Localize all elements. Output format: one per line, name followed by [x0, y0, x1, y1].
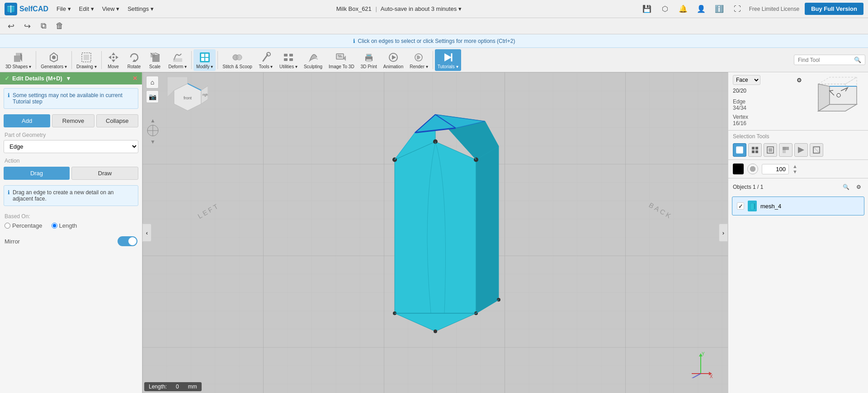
part-of-geometry-select[interactable]: Edge Face Vertex [4, 140, 138, 153]
svg-rect-92 [755, 150, 758, 153]
settings-icon[interactable]: ⚙ [797, 77, 802, 84]
compass-icon [146, 124, 160, 139]
length-radio-input[interactable] [52, 223, 57, 229]
sel-back-btn[interactable] [810, 143, 823, 157]
object-item-mesh4[interactable]: ✓ mesh_4 [732, 196, 864, 215]
tool-3d-print[interactable]: 3D Print [358, 49, 380, 71]
user-icon[interactable]: 👤 [695, 3, 708, 15]
license-text: Free Limited License [749, 6, 799, 12]
info-circle-icon: ℹ [8, 92, 10, 105]
color-swatch[interactable] [733, 164, 744, 174]
sel-grid-btn[interactable] [748, 143, 762, 157]
svg-marker-6 [112, 52, 115, 55]
viewport[interactable]: ‹ › LEFT BACK [142, 72, 728, 393]
face-select[interactable]: Face Edge Vertex [733, 75, 760, 85]
svg-rect-10 [113, 56, 114, 58]
panel-arrow[interactable]: ▾ [67, 75, 70, 82]
length-radio[interactable]: Length [52, 222, 77, 229]
svg-point-30 [338, 55, 340, 56]
svg-text:right: right [203, 93, 208, 97]
tool-sculpting[interactable]: Sculpting [301, 49, 325, 71]
copy-button[interactable]: ⧉ [37, 20, 50, 33]
camera-btn[interactable]: 📷 [146, 90, 159, 103]
percentage-radio-input[interactable] [5, 223, 10, 229]
view-cube[interactable]: front right [167, 77, 208, 119]
notification-icon[interactable]: 🔔 [677, 3, 689, 15]
draw-button[interactable]: Draw [71, 167, 138, 180]
panel-title: Edit Details (M+D) [12, 75, 62, 82]
objects-label: Objects 1 / 1 [733, 184, 763, 190]
app-logo[interactable]: SelfCAD [5, 3, 48, 15]
info-icon[interactable]: ℹ️ [713, 3, 726, 15]
tutorial-info-box: ℹ Some settings may not be available in … [4, 88, 138, 109]
settings-objects-btn[interactable]: ⚙ [854, 182, 863, 192]
modify-icon [198, 51, 211, 64]
edge-row: Edge 34/34 [733, 98, 802, 111]
vertex-value: 16/16 [733, 120, 746, 126]
close-panel-icon[interactable]: ✕ [132, 75, 137, 82]
tool-move[interactable]: Move [104, 49, 123, 71]
svg-marker-9 [116, 56, 118, 59]
render-icon [412, 51, 425, 64]
toolbar: 3D Shapes ▾ Generators ▾ Drawing ▾ [0, 48, 868, 72]
menu-settings[interactable]: Settings ▾ [124, 4, 157, 14]
sel-box-btn[interactable] [733, 143, 746, 157]
generators-label: Generators ▾ [41, 64, 67, 69]
menu-edit[interactable]: Edit ▾ [75, 4, 98, 14]
undo-button[interactable]: ↩ [5, 20, 17, 33]
search-objects-btn[interactable]: 🔍 [841, 182, 851, 192]
svg-text:X: X [710, 374, 713, 378]
percentage-radio[interactable]: Percentage [5, 222, 42, 229]
deform-icon [171, 51, 184, 64]
bottom-status-bar: Length: 0 mm [144, 382, 202, 391]
sel-corner-btn[interactable] [779, 143, 793, 157]
tool-tutorials[interactable]: Tutorials ▾ [435, 49, 461, 71]
svg-marker-39 [444, 53, 452, 61]
tool-deform[interactable]: Deform ▾ [166, 49, 190, 71]
tool-rotate[interactable]: Rotate [124, 49, 144, 71]
tool-scale[interactable]: Scale [145, 49, 165, 71]
tool-drawing[interactable]: Drawing ▾ [74, 49, 99, 71]
utilities-icon [282, 51, 295, 64]
tool-tools[interactable]: Tools ▾ [256, 49, 276, 71]
opacity-input[interactable] [762, 164, 789, 174]
right-panel-toggle[interactable]: › [719, 224, 728, 242]
tool-3d-shapes[interactable]: 3D Shapes ▾ [3, 49, 34, 71]
sel-side-btn[interactable] [794, 143, 808, 157]
utilities-label: Utilities ▾ [279, 64, 297, 69]
opacity-sphere-icon[interactable] [747, 164, 758, 174]
right-panel: Face Edge Vertex ⚙ 20/20 Edge 34/34 Vert… [728, 72, 868, 393]
delete-button[interactable]: 🗑 [53, 20, 66, 33]
menu-view[interactable]: View ▾ [99, 4, 123, 14]
length-label: Length: [149, 384, 167, 390]
find-tool-box[interactable]: 🔍 [794, 55, 865, 65]
tool-stitch[interactable]: Stitch & Scoop [220, 49, 255, 71]
find-tool-input[interactable] [798, 57, 852, 63]
stats-and-cube: Face Edge Vertex ⚙ 20/20 Edge 34/34 Vert… [728, 72, 868, 129]
part-of-geometry-dropdown[interactable]: Edge Face Vertex [4, 140, 138, 153]
tool-generators[interactable]: Generators ▾ [38, 49, 70, 71]
tool-render[interactable]: Render ▾ [407, 49, 431, 71]
menu-file[interactable]: File ▾ [53, 4, 75, 14]
sel-front-btn[interactable] [764, 143, 777, 157]
tool-animation[interactable]: Animation [381, 49, 406, 71]
add-button[interactable]: Add [4, 114, 50, 127]
svg-marker-97 [798, 147, 804, 153]
collapse-button[interactable]: Collapse [96, 114, 138, 127]
object-checkbox[interactable]: ✓ [737, 202, 744, 210]
fullscreen-icon[interactable]: ⛶ [731, 3, 744, 15]
left-panel-toggle[interactable]: ‹ [142, 224, 151, 242]
share-icon[interactable]: ⬡ [659, 3, 671, 15]
drag-button[interactable]: Drag [4, 167, 70, 180]
color-opacity-row: ▲▼ [728, 161, 868, 177]
tool-modify[interactable]: Modify ▾ [193, 49, 216, 71]
mirror-toggle[interactable] [118, 236, 137, 246]
redo-button[interactable]: ↪ [21, 20, 33, 33]
main-layout: ✓ Edit Details (M+D) ▾ ✕ ℹ Some settings… [0, 72, 868, 393]
tool-image-to-3d[interactable]: Image To 3D [326, 49, 357, 71]
tool-utilities[interactable]: Utilities ▾ [277, 49, 300, 71]
save-icon[interactable]: 💾 [641, 3, 653, 15]
remove-button[interactable]: Remove [52, 114, 94, 127]
home-view-btn[interactable]: ⌂ [146, 76, 159, 89]
buy-button[interactable]: Buy Full Version [805, 3, 863, 15]
